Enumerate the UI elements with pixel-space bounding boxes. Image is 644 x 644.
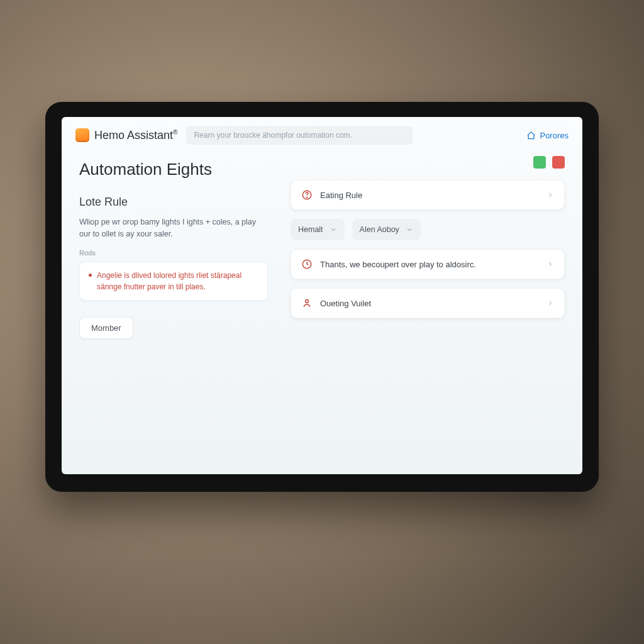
warning-text: Angelie is dlived lolored ights rliet st… — [97, 270, 258, 292]
select-row: Hemalt Alen Aoboy — [291, 219, 565, 240]
question-icon — [301, 189, 313, 201]
nav-home-label: Porores — [540, 131, 569, 140]
left-column: Automation Eights Lote Rule Wliop pe wr … — [79, 156, 268, 462]
right-column: Eating Rule Hemalt Alen Aoboy — [291, 156, 565, 462]
status-chip-red[interactable] — [552, 156, 565, 169]
search-container — [186, 126, 413, 145]
warning-card: Angelie is dlived lolored ights rliet st… — [79, 262, 268, 301]
warning-bullet-icon — [89, 274, 92, 277]
brand: Hemo Assistant® — [75, 128, 177, 142]
rule-card-label: Eating Rule — [320, 191, 539, 200]
rule-card-label: Thants, we becoupert over play to aldosi… — [320, 260, 539, 269]
nav-home[interactable]: Porores — [526, 131, 569, 140]
app-screen: Hemo Assistant® Porores Automation Eight… — [62, 117, 582, 474]
select-hemalt[interactable]: Hemalt — [291, 219, 345, 240]
rule-card-thants[interactable]: Thants, we becoupert over play to aldosi… — [291, 249, 565, 279]
page-title: Automation Eights — [79, 160, 268, 179]
top-bar: Hemo Assistant® Porores — [62, 117, 582, 151]
select-label: Hemalt — [298, 225, 323, 234]
rule-card-label: Oueting Vuilet — [320, 299, 539, 308]
rule-card-oueting[interactable]: Oueting Vuilet — [291, 288, 565, 318]
section-title: Lote Rule — [79, 196, 268, 209]
main-content: Automation Eights Lote Rule Wliop pe wr … — [62, 151, 582, 474]
svg-point-1 — [307, 197, 308, 197]
rods-label: Rods — [79, 249, 268, 257]
home-icon — [526, 131, 536, 140]
chevron-right-icon — [547, 299, 554, 307]
svg-point-3 — [306, 300, 309, 303]
brand-logo-icon — [75, 128, 89, 142]
select-alen-aoboy[interactable]: Alen Aoboy — [352, 219, 421, 240]
search-input[interactable] — [186, 126, 413, 145]
chevron-down-icon — [330, 226, 337, 233]
status-row — [291, 156, 565, 169]
chevron-right-icon — [547, 191, 554, 199]
select-label: Alen Aoboy — [360, 225, 399, 234]
clock-icon — [301, 258, 313, 270]
status-chip-green[interactable] — [533, 156, 546, 169]
member-button[interactable]: Momber — [79, 317, 133, 339]
rule-card-eating[interactable]: Eating Rule — [291, 180, 565, 210]
section-description: Wliop pe wr orop bamy lights I ights + c… — [79, 216, 268, 240]
laptop-frame: Hemo Assistant® Porores Automation Eight… — [45, 102, 599, 492]
chevron-down-icon — [406, 226, 413, 233]
person-icon — [301, 297, 313, 309]
chevron-right-icon — [547, 260, 554, 268]
brand-name: Hemo Assistant® — [94, 129, 177, 142]
